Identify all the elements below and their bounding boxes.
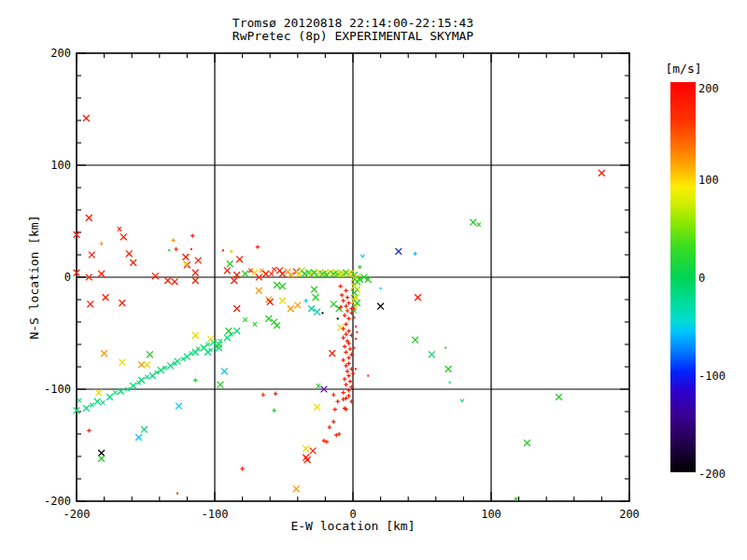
data-point [476,222,480,226]
data-point [345,370,349,373]
data-point [172,278,178,285]
data-point [331,420,335,424]
data-point [101,350,107,357]
data-point [256,287,262,294]
colorbar-unit-label: [m/s] [659,62,708,76]
data-point [395,248,402,255]
data-point [99,242,103,245]
data-point [445,366,452,372]
data-point [227,260,233,267]
data-point [317,384,320,387]
data-point [599,170,605,176]
data-point [279,271,286,277]
data-point [184,354,190,360]
x-tick-label: 100 [463,508,519,521]
data-point [174,247,177,251]
data-point [164,277,171,284]
data-point [233,328,240,334]
data-point [130,383,136,389]
data-point [221,368,228,374]
data-point [344,332,347,336]
data-point [233,305,240,312]
data-point [119,359,125,366]
colorbar-tick-label: -200 [698,468,741,481]
data-point [192,332,199,339]
data-point [274,392,277,396]
data-point [87,301,93,307]
data-point [274,282,280,288]
data-point [344,322,347,326]
data-point [175,358,181,365]
data-point [218,382,224,388]
data-point [138,361,145,368]
colorbar-tick-label: 0 [698,272,741,285]
data-point [94,399,101,405]
data-point [346,373,350,377]
skymap-page: Tromsø 20120818 22:14:00-22:15:43 RwPret… [0,0,747,560]
data-point [101,400,105,404]
data-point [152,273,159,279]
data-point [272,409,275,413]
data-point [95,389,102,396]
data-point [83,115,90,121]
data-point [333,407,337,411]
data-point [207,336,214,343]
data-point [274,322,280,329]
data-point [192,277,199,284]
data-point [308,305,315,312]
data-point [158,367,164,373]
data-point [145,375,148,379]
data-point [242,271,248,277]
x-axis-title: E-W location [km] [290,519,415,533]
y-tick-label: -100 [24,383,71,396]
data-point [303,445,309,452]
y-tick-label: 200 [24,47,71,60]
data-point [343,344,346,348]
data-point [346,301,350,304]
data-point [78,399,81,402]
data-point [141,427,148,433]
data-point [236,256,243,262]
data-point [126,250,133,257]
data-point [183,254,190,260]
data-point [103,294,109,301]
data-point [256,245,260,248]
data-point [336,399,340,403]
data-point [98,450,105,456]
data-point [243,317,247,321]
y-tick-label: -200 [24,495,71,508]
data-point [262,271,269,277]
data-point [429,351,435,357]
data-point [377,303,384,310]
data-point [470,219,476,226]
data-point [89,252,95,259]
data-point [524,440,530,446]
data-point [346,394,350,398]
data-point [106,394,113,400]
data-point [360,255,364,258]
data-point [344,364,347,368]
data-point [192,270,199,276]
colorbar-tick-label: 200 [698,82,741,95]
data-point [83,405,90,412]
data-point [265,315,272,322]
data-point [144,361,150,368]
data-point [344,350,347,354]
data-point [240,467,244,470]
data-point [279,283,286,289]
data-point [348,379,352,383]
data-point [329,350,335,357]
data-point [193,378,197,382]
data-point [460,399,464,402]
data-point [118,227,121,231]
data-point [119,300,125,306]
data-point [348,347,352,351]
data-point [204,349,211,356]
data-point [346,316,350,320]
colorbar-gradient [670,82,696,472]
skymap-plot [0,0,747,560]
x-tick-label: -100 [187,508,243,521]
data-point [230,249,233,253]
data-point [314,404,320,411]
data-point [224,334,231,341]
